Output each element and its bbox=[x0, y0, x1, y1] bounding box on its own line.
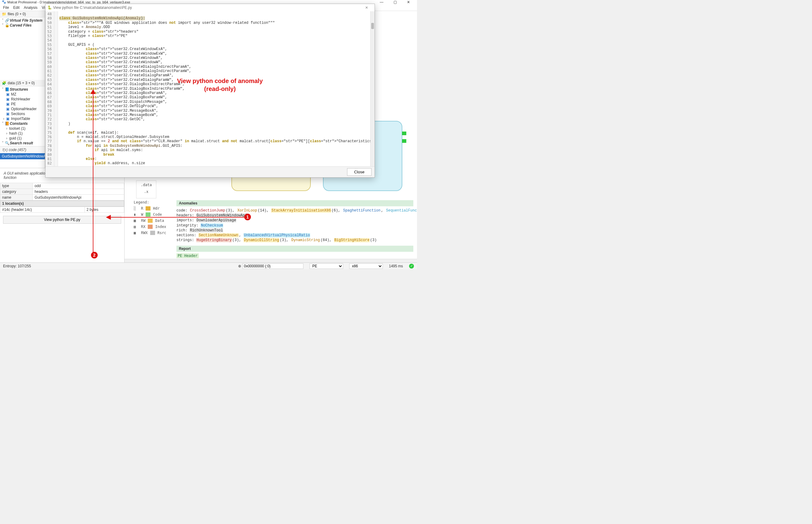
property-table: typeodd categoryheaders nameGuiSubsystem… bbox=[0, 183, 124, 200]
files-tree: ˅🔗 Virtual File System ˅🔓 Carved Files bbox=[0, 17, 45, 28]
anomaly-tag: , bbox=[381, 209, 386, 213]
menu-edit[interactable]: Edit bbox=[11, 5, 21, 10]
table-row: nameGuiSubsystemNoWindowApi bbox=[0, 195, 124, 200]
tree-item[interactable]: ▣Sections bbox=[2, 111, 43, 116]
anomaly-lines: code: CrossSectionJump(3), XorInLoop(14)… bbox=[176, 208, 413, 243]
location-table: #14c (header:14c) 2 bytes bbox=[0, 207, 124, 213]
anomaly-tag[interactable]: NoChecksum bbox=[200, 224, 223, 228]
popup-close-button[interactable]: Close bbox=[347, 168, 372, 176]
tree-item[interactable]: ˅🔓 Carved Files bbox=[2, 23, 43, 28]
pe-header-tag[interactable]: PE Header bbox=[176, 253, 199, 258]
files-panel-header[interactable]: 📁 files (0 + 0) bbox=[0, 11, 45, 17]
target-icon: ⊕ bbox=[238, 264, 241, 268]
anomaly-tag[interactable]: DynamicString bbox=[291, 238, 320, 242]
data-x-block: .data .x bbox=[136, 180, 156, 198]
files-panel-label: files (0 + 0) bbox=[7, 12, 26, 16]
legend-row: ░RHdr bbox=[134, 206, 166, 211]
anomalies-section: Anomalies code: CrossSectionJump(3), Xor… bbox=[176, 200, 413, 258]
close-button[interactable]: ✕ bbox=[402, 0, 415, 4]
tree-item[interactable]: ˅🔗 Virtual File System bbox=[2, 18, 43, 23]
popup-title-text: View python file C:\malcat\data\anomalie… bbox=[53, 5, 132, 10]
view-python-button[interactable]: View python file PE.py bbox=[3, 216, 121, 224]
maximize-button[interactable]: ▢ bbox=[388, 0, 402, 4]
anomaly-tag[interactable]: DynamicDllString bbox=[244, 238, 279, 242]
anomaly-tag[interactable]: XorInLoop bbox=[237, 209, 257, 213]
anomaly-tag[interactable]: RichUnknownTool bbox=[190, 228, 223, 232]
anomaly-tag[interactable]: CrossSectionJump bbox=[190, 209, 225, 213]
anomaly-tag: , bbox=[239, 233, 244, 238]
tree-item[interactable]: ˅🔍Search result bbox=[2, 141, 43, 146]
tree-item[interactable]: ˅📙Constants bbox=[2, 121, 43, 126]
tree-item[interactable]: ▣RichHeader bbox=[2, 97, 43, 102]
marker bbox=[402, 139, 406, 143]
status-ok-icon: ✓ bbox=[409, 264, 414, 268]
arch-select[interactable]: x86 bbox=[349, 263, 383, 269]
selected-anomaly[interactable]: GuiSubsystemNoWindowApi bbox=[0, 153, 45, 159]
tree-item[interactable]: ▣OptionalHeader bbox=[2, 107, 43, 111]
tree-label: Virtual File System bbox=[10, 18, 43, 22]
annotation-badge-1: 1 bbox=[244, 214, 251, 220]
line-gutter: 48 49 50 51 52 53 54 55 56 57 58 59 60 6… bbox=[46, 11, 54, 166]
table-row[interactable]: #14c (header:14c) 2 bytes bbox=[0, 207, 124, 213]
anomaly-tag[interactable]: SpaghettiFunction bbox=[343, 209, 381, 213]
location-header: 1 location(s) bbox=[0, 200, 124, 207]
data-tree: ˅📘Structures ▣MZ ▣RichHeader ▣PE ▣Option… bbox=[0, 86, 45, 146]
data-panel-header[interactable]: 🧩 data (15 + 3 + 0) bbox=[0, 80, 45, 86]
anomaly-tag[interactable]: BigStringHiScore bbox=[334, 238, 370, 242]
anomaly-tag: (14), bbox=[257, 209, 271, 213]
anomaly-tag: (84), bbox=[320, 238, 334, 242]
anomaly-tag: (3), bbox=[279, 238, 291, 242]
anomaly-tag[interactable]: UnbalancedVirtualPhysicalRatio bbox=[244, 233, 310, 238]
python-file-icon: 🐍 bbox=[47, 5, 52, 10]
anomaly-tag: (3), bbox=[232, 238, 244, 242]
anomaly-tag[interactable]: HugeStringBinary bbox=[196, 238, 232, 242]
anomaly-tag: (3) bbox=[370, 238, 377, 242]
table-row: typeodd bbox=[0, 183, 124, 189]
hscrollbar[interactable] bbox=[125, 259, 417, 262]
arrow-icon bbox=[108, 215, 249, 220]
tree-item[interactable]: ›hash (1) bbox=[2, 131, 43, 136]
marker bbox=[402, 132, 406, 135]
anomaly-tag[interactable]: SequentialFunction bbox=[386, 209, 417, 213]
anomaly-tag: (6), bbox=[331, 209, 343, 213]
popup-titlebar: 🐍 View python file C:\malcat\data\anomal… bbox=[46, 4, 375, 11]
legend-row: ▩RWXRsrc bbox=[134, 231, 166, 235]
annotation-badge-2: 2 bbox=[91, 252, 98, 259]
tree-item[interactable]: ▣MZ bbox=[2, 92, 43, 97]
menu-analysis[interactable]: Analysis bbox=[22, 5, 39, 10]
tree-item[interactable]: ›▣ImportTable bbox=[2, 116, 43, 121]
tree-item[interactable]: ˅📘Structures bbox=[2, 87, 43, 92]
menu-file[interactable]: File bbox=[1, 5, 11, 10]
anomaly-tag[interactable]: StackArrayInitialisationX86 bbox=[271, 209, 331, 213]
tree-item[interactable]: ▣PE bbox=[2, 102, 43, 107]
status-bar: Entropy: 107/255 ⊕ PE x86 1495 ms ✓ bbox=[0, 262, 417, 269]
code-count: f(x) code (457) bbox=[0, 146, 45, 153]
anomaly-tag: (3), bbox=[225, 209, 237, 213]
status-address: ⊕ bbox=[236, 263, 305, 269]
vscrollbar[interactable] bbox=[370, 11, 375, 166]
fold-column bbox=[54, 11, 58, 166]
tree-item[interactable]: ›guid (1) bbox=[2, 136, 43, 141]
table-row: categoryheaders bbox=[0, 189, 124, 195]
anomaly-tag[interactable]: SectionNameUnknown bbox=[198, 233, 239, 238]
status-time: 1495 ms bbox=[387, 264, 405, 268]
popup-footer: Close bbox=[46, 166, 375, 177]
app-logo-icon: 🐾 bbox=[2, 0, 6, 4]
tree-label: Carved Files bbox=[10, 23, 31, 28]
data-icon: 🧩 bbox=[2, 81, 6, 85]
minimize-button[interactable]: — bbox=[375, 0, 388, 4]
data-panel-label: data (15 + 3 + 0) bbox=[7, 81, 35, 85]
popup-close-icon[interactable]: ✕ bbox=[360, 5, 373, 10]
address-input[interactable] bbox=[242, 263, 304, 269]
detail-panel: A GUI windows application does not impor… bbox=[0, 168, 125, 262]
report-header: Report bbox=[176, 246, 413, 252]
legend-row: ▧RXIndex bbox=[134, 225, 166, 229]
arrow-icon bbox=[92, 92, 95, 257]
annotation-heading: View python code of anomaly (read-only) bbox=[177, 77, 263, 93]
files-icon: 📁 bbox=[2, 12, 6, 16]
status-entropy: Entropy: 107/255 bbox=[1, 264, 33, 268]
anomalies-header: Anomalies bbox=[176, 200, 413, 206]
tree-item[interactable]: ›toolset (1) bbox=[2, 126, 43, 131]
filetype-select[interactable]: PE bbox=[310, 263, 343, 269]
